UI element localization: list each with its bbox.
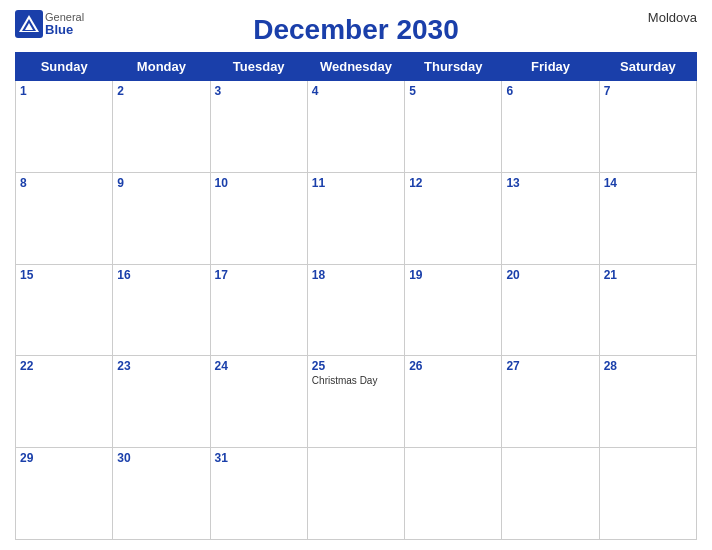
calendar-day-cell: 23: [113, 356, 210, 448]
date-number: 20: [506, 268, 594, 282]
date-number: 7: [604, 84, 692, 98]
calendar-day-cell: 12: [405, 172, 502, 264]
calendar-day-cell: 3: [210, 81, 307, 173]
calendar-week-row: 22232425Christmas Day262728: [16, 356, 697, 448]
header-saturday: Saturday: [599, 53, 696, 81]
header-monday: Monday: [113, 53, 210, 81]
date-number: 14: [604, 176, 692, 190]
calendar-day-cell: 16: [113, 264, 210, 356]
calendar-day-cell: 13: [502, 172, 599, 264]
header-friday: Friday: [502, 53, 599, 81]
calendar-day-cell: [405, 448, 502, 540]
calendar-day-cell: 14: [599, 172, 696, 264]
date-number: 8: [20, 176, 108, 190]
calendar-day-cell: 21: [599, 264, 696, 356]
date-number: 31: [215, 451, 303, 465]
calendar-week-row: 15161718192021: [16, 264, 697, 356]
generalblue-logo-icon: [15, 10, 43, 38]
date-number: 12: [409, 176, 497, 190]
header-sunday: Sunday: [16, 53, 113, 81]
date-number: 16: [117, 268, 205, 282]
calendar-day-cell: 30: [113, 448, 210, 540]
date-number: 3: [215, 84, 303, 98]
calendar-day-cell: 29: [16, 448, 113, 540]
calendar-day-cell: 19: [405, 264, 502, 356]
event-label: Christmas Day: [312, 375, 400, 386]
date-number: 19: [409, 268, 497, 282]
header-tuesday: Tuesday: [210, 53, 307, 81]
date-number: 5: [409, 84, 497, 98]
calendar-day-cell: 27: [502, 356, 599, 448]
date-number: 23: [117, 359, 205, 373]
calendar-title: December 2030: [253, 14, 458, 46]
calendar-day-cell: [599, 448, 696, 540]
date-number: 17: [215, 268, 303, 282]
calendar-day-cell: 31: [210, 448, 307, 540]
date-number: 6: [506, 84, 594, 98]
date-number: 15: [20, 268, 108, 282]
calendar-week-row: 1234567: [16, 81, 697, 173]
calendar-day-cell: 17: [210, 264, 307, 356]
calendar-day-cell: 10: [210, 172, 307, 264]
header-wednesday: Wednesday: [307, 53, 404, 81]
calendar-day-cell: 1: [16, 81, 113, 173]
calendar-day-cell: 9: [113, 172, 210, 264]
calendar-day-cell: 7: [599, 81, 696, 173]
date-number: 25: [312, 359, 400, 373]
header-thursday: Thursday: [405, 53, 502, 81]
calendar-day-cell: 25Christmas Day: [307, 356, 404, 448]
calendar-week-row: 293031: [16, 448, 697, 540]
date-number: 13: [506, 176, 594, 190]
date-number: 29: [20, 451, 108, 465]
weekday-header-row: Sunday Monday Tuesday Wednesday Thursday…: [16, 53, 697, 81]
calendar-day-cell: 6: [502, 81, 599, 173]
calendar-day-cell: [307, 448, 404, 540]
logo: General Blue: [15, 10, 84, 38]
calendar-week-row: 891011121314: [16, 172, 697, 264]
calendar-header: General Blue December 2030 Moldova: [15, 10, 697, 46]
calendar-day-cell: 2: [113, 81, 210, 173]
date-number: 24: [215, 359, 303, 373]
date-number: 10: [215, 176, 303, 190]
calendar-day-cell: 20: [502, 264, 599, 356]
calendar-table: Sunday Monday Tuesday Wednesday Thursday…: [15, 52, 697, 540]
date-number: 2: [117, 84, 205, 98]
date-number: 22: [20, 359, 108, 373]
date-number: 4: [312, 84, 400, 98]
calendar-day-cell: 4: [307, 81, 404, 173]
calendar-day-cell: 8: [16, 172, 113, 264]
calendar-day-cell: [502, 448, 599, 540]
date-number: 27: [506, 359, 594, 373]
calendar-day-cell: 22: [16, 356, 113, 448]
calendar-day-cell: 15: [16, 264, 113, 356]
date-number: 11: [312, 176, 400, 190]
calendar-day-cell: 28: [599, 356, 696, 448]
calendar-day-cell: 11: [307, 172, 404, 264]
date-number: 9: [117, 176, 205, 190]
country-label: Moldova: [648, 10, 697, 25]
calendar-day-cell: 26: [405, 356, 502, 448]
date-number: 28: [604, 359, 692, 373]
date-number: 26: [409, 359, 497, 373]
calendar-day-cell: 5: [405, 81, 502, 173]
calendar-day-cell: 24: [210, 356, 307, 448]
date-number: 21: [604, 268, 692, 282]
date-number: 1: [20, 84, 108, 98]
calendar-day-cell: 18: [307, 264, 404, 356]
logo-blue-text: Blue: [45, 23, 84, 37]
date-number: 18: [312, 268, 400, 282]
date-number: 30: [117, 451, 205, 465]
